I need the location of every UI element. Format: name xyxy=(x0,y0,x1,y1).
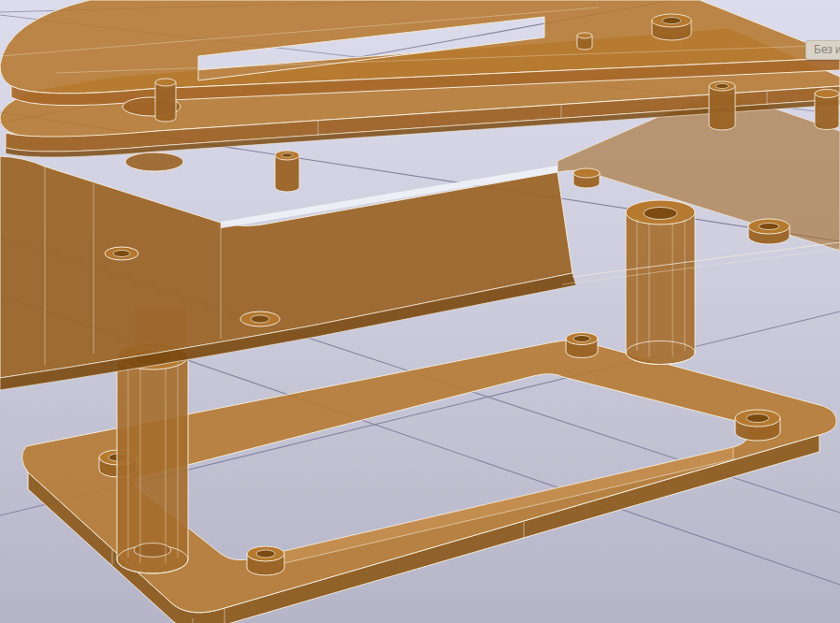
model-canvas[interactable] xyxy=(0,0,840,623)
cad-app-window: { "tooltip": { "label": "Без им" }, "col… xyxy=(0,0,840,623)
spacer-pin-mid xyxy=(275,151,299,192)
enclosure-tab-hole-mid xyxy=(240,312,280,326)
enclosure-tab-hole-left xyxy=(105,247,138,260)
plate-hole-oval-lower xyxy=(125,152,183,171)
spacer-pin-left xyxy=(155,79,176,122)
standoff-right-bore xyxy=(644,208,677,220)
frame-boss-far-mid[interactable] xyxy=(566,333,598,358)
spacer-pin-small xyxy=(577,33,592,50)
spacer-pin-right xyxy=(709,81,735,130)
enclosure-edge xyxy=(562,249,840,284)
spacer-pin-top xyxy=(652,14,691,40)
frame-boss-right[interactable] xyxy=(735,410,780,441)
plate-boss-mid xyxy=(573,168,600,188)
standoff-right[interactable] xyxy=(626,200,695,365)
document-title-tooltip: Без им xyxy=(805,40,840,60)
viewport-3d[interactable]: Без им xyxy=(0,0,840,623)
enclosure-boss-right xyxy=(748,219,789,244)
frame-boss-near[interactable] xyxy=(247,546,284,575)
enclosure-edge xyxy=(572,242,840,277)
standoff-left-body xyxy=(117,357,188,573)
spacer-pin-far-right xyxy=(815,90,839,130)
